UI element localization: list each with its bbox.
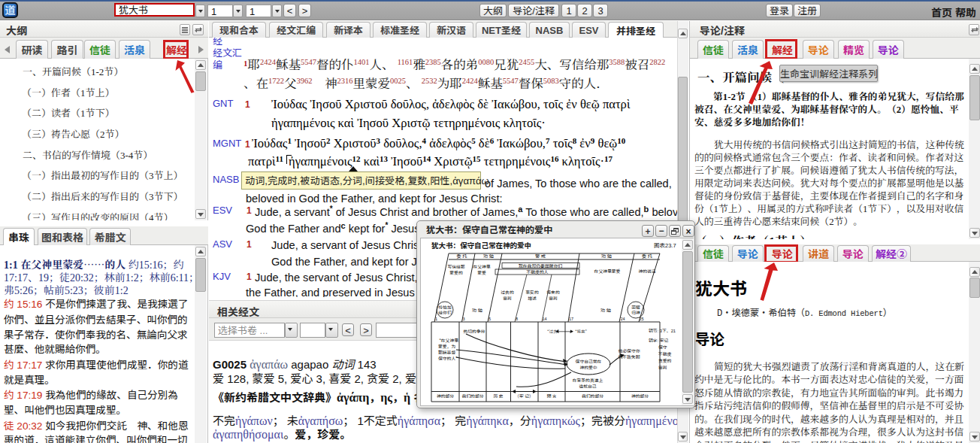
svg-text:描述: 描述	[528, 295, 537, 302]
svg-text:钥节: 3下、21: 钥节: 3下、21	[649, 327, 676, 334]
svg-text:图表23.7: 图表23.7	[654, 241, 676, 249]
svg-text:劝 勉: 劝 勉	[472, 307, 482, 314]
svg-text:归神: 归神	[631, 309, 640, 316]
svg-text:17: 17	[569, 316, 573, 322]
svg-text:25: 25	[640, 316, 644, 322]
svg-text:保守的人”: 保守的人”	[438, 355, 460, 362]
svg-text:给你们: 给你们	[438, 309, 452, 316]
svg-text:神的说话: 神的说话	[638, 268, 655, 275]
svg-text:审判: 审判	[549, 295, 558, 302]
svg-text:不敬虔的人: 不敬虔的人	[527, 269, 549, 275]
svg-text:3: 3	[463, 316, 465, 322]
svg-text:劝 勉: 劝 勉	[601, 253, 612, 259]
svg-text:委 托: 委 托	[642, 253, 652, 259]
svg-text:犹大书：保守自己常在神的爱中: 犹大书：保守自己常在神的爱中	[431, 240, 531, 250]
svg-text:委 托: 委 托	[456, 253, 467, 259]
svg-text:8: 8	[516, 316, 518, 322]
svg-text:1: 1	[435, 316, 437, 322]
svg-text:5: 5	[488, 316, 491, 322]
svg-text:（牢 记）: （牢 记）	[515, 393, 534, 399]
svg-text:造就自己: 造就自己	[579, 383, 596, 390]
svg-text:蒙爱的: 蒙爱的	[449, 269, 463, 276]
svg-text:在父神里蒙爱: 在父神里蒙爱	[594, 268, 621, 275]
svg-text:贪爱的: 贪爱的	[658, 357, 672, 364]
svg-text:劝 勉: 劝 勉	[600, 307, 611, 314]
svg-text:历 史: 历 史	[493, 393, 503, 399]
svg-text:我们的部分: 我们的部分	[462, 393, 484, 399]
svg-text:神的爱中: 神的爱中	[579, 364, 597, 371]
svg-text:审判: 审判	[503, 295, 512, 302]
svg-text:神的部分: 神的部分	[437, 393, 454, 399]
svg-text:警 戒: 警 戒	[535, 253, 546, 259]
svg-text:审判: 审判	[658, 364, 667, 371]
svg-text:蒙爱: 蒙爱	[477, 269, 486, 276]
svg-text:24: 24	[621, 316, 625, 322]
svg-text:预 言: 预 言	[546, 393, 556, 399]
svg-text:钥字: 牢记: 钥字: 牢记	[649, 337, 669, 344]
svg-text:神的部分: 神的部分	[631, 393, 649, 399]
svg-text:保守: 保守	[658, 344, 667, 350]
svg-text:“将来”: “将来”	[573, 329, 589, 335]
svg-text:14: 14	[543, 316, 547, 322]
svg-text:劝 勉: 劝 勉	[483, 253, 494, 259]
svg-text:不敬虔: 不敬虔	[658, 350, 672, 357]
svg-text:我们的部分: 我们的部分	[582, 393, 603, 399]
svg-text:热切的争辩: 热切的争辩	[464, 328, 485, 335]
